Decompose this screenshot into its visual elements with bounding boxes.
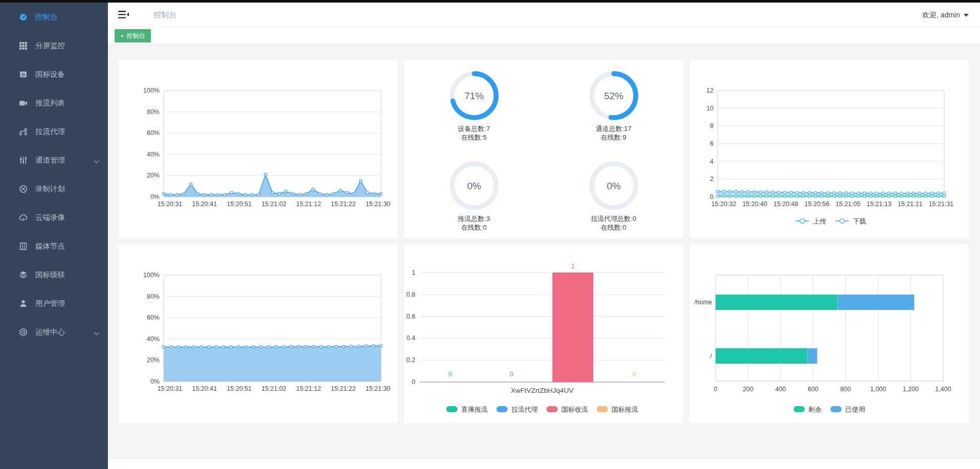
svg-text:200: 200 <box>743 386 753 393</box>
svg-text:0: 0 <box>714 386 718 393</box>
sidebar-item-6[interactable]: 录制计划 <box>0 174 108 203</box>
record-plan-icon <box>19 185 28 193</box>
svg-text:0.6: 0.6 <box>407 313 415 320</box>
sidebar-item-2[interactable]: G国标设备 <box>0 60 108 88</box>
svg-text:100%: 100% <box>143 272 160 279</box>
sidebar-item-label: 控制台 <box>35 12 58 22</box>
svg-text:12: 12 <box>706 87 714 94</box>
sidebar-menu: 控制台分屏监控G国标设备推流列表拉流代理通道管理录制计划云端录像媒体节点国标级联… <box>0 3 108 346</box>
sidebar-item-label: 录制计划 <box>35 184 65 194</box>
svg-text:15:21:13: 15:21:13 <box>866 200 892 208</box>
collapse-menu-icon[interactable] <box>118 10 129 19</box>
tab-console[interactable]: ●控制台 <box>115 29 151 42</box>
svg-text:0%: 0% <box>467 181 481 191</box>
svg-text:15:21:31: 15:21:31 <box>929 200 954 208</box>
welcome-text: 欢迎, admin <box>922 11 960 19</box>
svg-text:15:20:31: 15:20:31 <box>158 385 183 392</box>
svg-text:6: 6 <box>710 140 714 147</box>
sidebar-item-1[interactable]: 分屏监控 <box>0 31 108 60</box>
sidebar-item-9[interactable]: 国标级联 <box>0 260 108 289</box>
gauge-donut: 0% <box>449 160 500 211</box>
svg-text:4: 4 <box>710 158 714 165</box>
svg-text:800: 800 <box>840 386 851 393</box>
svg-text:100%: 100% <box>143 87 160 94</box>
gauge-donut: 71% <box>449 70 500 121</box>
sidebar-item-0[interactable]: 控制台 <box>0 3 108 31</box>
gauge-label-line: 拉流代理总数:0 <box>544 215 683 224</box>
sidebar-item-8[interactable]: 媒体节点 <box>0 232 108 260</box>
user-manage-icon <box>19 299 28 308</box>
gb-cascade-icon <box>19 271 28 279</box>
svg-text:0.2: 0.2 <box>407 356 415 364</box>
chevron-down-icon <box>94 329 99 337</box>
sidebar-item-label: 国标设备 <box>35 70 65 79</box>
sidebar-item-10[interactable]: 用户管理 <box>0 289 108 318</box>
gauge-label-line: 设备总数:7 <box>404 125 544 133</box>
user-menu[interactable]: 欢迎, admin <box>922 11 969 20</box>
card-disk-usage-chart: 02004006008001,0001,2001,400/home/剩余已使用 <box>689 244 969 423</box>
main-content: 0%20%40%60%80%100%15:20:3115:20:4115:20:… <box>108 44 980 458</box>
svg-text:XwFtVZrtZbHJq4UV: XwFtVZrtZbHJq4UV <box>511 387 573 394</box>
svg-text:15:20:56: 15:20:56 <box>805 200 830 208</box>
svg-text:15:21:21: 15:21:21 <box>898 200 923 208</box>
sidebar-item-label: 拉流代理 <box>35 127 65 137</box>
push-stream-icon <box>19 99 28 107</box>
svg-text:拉流代理: 拉流代理 <box>511 406 538 413</box>
svg-text:15:21:02: 15:21:02 <box>261 385 286 392</box>
sidebar-item-label: 运维中心 <box>35 327 65 337</box>
svg-text:15:20:48: 15:20:48 <box>773 200 798 208</box>
svg-text:20%: 20% <box>147 172 160 179</box>
disk-usage-bar-chart: 02004006008001,0001,2001,400/home/剩余已使用 <box>689 244 969 423</box>
svg-text:1,000: 1,000 <box>870 386 886 393</box>
svg-text:上传: 上传 <box>813 217 827 225</box>
gauge-label-line: 通道总数:17 <box>544 125 683 133</box>
svg-text:剩余: 剩余 <box>809 406 822 413</box>
gauge-1: 52%通道总数:17在线数:9 <box>544 70 683 160</box>
svg-text:0.4: 0.4 <box>407 334 415 342</box>
sidebar-item-label: 通道管理 <box>35 155 65 165</box>
svg-text:15:21:22: 15:21:22 <box>331 385 356 392</box>
sidebar-item-label: 媒体节点 <box>35 241 65 251</box>
gauge-2: 0%推流总数:3在线数:0 <box>404 160 544 250</box>
stream-count-bar-chart: 00.20.40.60.810010XwFtVZrtZbHJq4UV直播推流拉流… <box>404 244 683 423</box>
svg-text:10: 10 <box>706 105 714 112</box>
svg-text:1: 1 <box>412 269 415 276</box>
chevron-down-icon <box>94 157 99 165</box>
gauge-label-line: 在线数:9 <box>544 133 683 142</box>
svg-text:国标收流: 国标收流 <box>562 406 588 413</box>
svg-text:0: 0 <box>632 370 636 378</box>
sidebar-item-7[interactable]: 云端录像 <box>0 203 108 232</box>
dashboard-icon <box>19 13 28 21</box>
svg-text:15:21:30: 15:21:30 <box>366 385 391 392</box>
breadcrumb: 控制台 <box>153 10 176 20</box>
svg-text:15:21:22: 15:21:22 <box>331 200 356 208</box>
tab-label: 控制台 <box>126 32 145 40</box>
gb-device-icon: G <box>19 70 28 79</box>
sidebar-item-3[interactable]: 推流列表 <box>0 88 108 117</box>
svg-text:0%: 0% <box>150 193 160 200</box>
svg-text:1,400: 1,400 <box>935 386 951 393</box>
svg-text:40%: 40% <box>147 151 160 158</box>
svg-text:15:21:12: 15:21:12 <box>296 200 321 208</box>
svg-text:已使用: 已使用 <box>845 406 865 413</box>
gauge-donut: 52% <box>588 70 639 121</box>
sidebar-item-5[interactable]: 通道管理 <box>0 146 108 174</box>
svg-text:15:20:32: 15:20:32 <box>711 200 737 208</box>
gauge-3: 0%拉流代理总数:0在线数:0 <box>544 160 683 250</box>
sidebar-item-label: 推流列表 <box>35 98 65 108</box>
svg-text:15:20:40: 15:20:40 <box>742 200 767 208</box>
card-stream-bar-chart: 00.20.40.60.810010XwFtVZrtZbHJq4UV直播推流拉流… <box>404 244 683 423</box>
card-network-chart: 02468101215:20:3215:20:4015:20:4815:20:5… <box>689 60 969 238</box>
sidebar-item-label: 云端录像 <box>35 213 65 222</box>
svg-text:0: 0 <box>412 378 415 386</box>
gauge-label-line: 推流总数:3 <box>404 215 544 224</box>
svg-text:80%: 80% <box>147 108 160 116</box>
sidebar-item-4[interactable]: 拉流代理 <box>0 117 108 146</box>
dashboard-grid: 0%20%40%60%80%100%15:20:3115:20:4115:20:… <box>119 60 969 423</box>
gauge-label-line: 在线数:0 <box>404 224 544 232</box>
svg-text:G: G <box>21 72 25 77</box>
sidebar-item-11[interactable]: 运维中心 <box>0 318 108 346</box>
pull-proxy-icon <box>19 127 28 136</box>
gauge-label-line: 在线数:5 <box>404 133 544 142</box>
svg-text:15:20:31: 15:20:31 <box>158 200 183 208</box>
